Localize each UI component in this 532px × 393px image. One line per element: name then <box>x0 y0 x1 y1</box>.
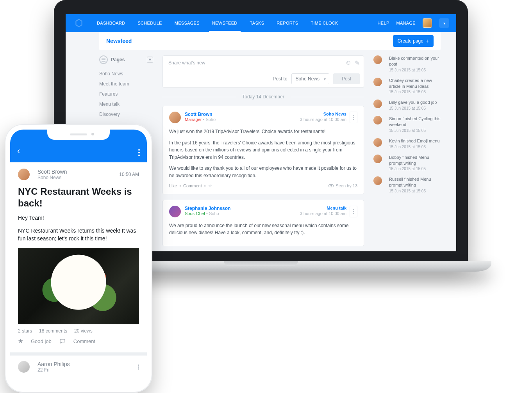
activity-rail: Blake commented on your post15 Jun 2015 … <box>373 55 441 251</box>
mobile-author-avatar <box>18 361 30 373</box>
activity-avatar <box>373 138 382 147</box>
mobile-post-menu[interactable] <box>138 365 139 370</box>
post-paragraph: In the past 16 years, the Travelers' Cho… <box>169 139 357 161</box>
sidebar-item-discovery[interactable]: Discovery <box>99 109 153 119</box>
mobile-post-title: NYC Restaurant Weeks is back! <box>18 186 139 209</box>
activity-item[interactable]: Kevin finished Emoji menu15 Jun 2015 at … <box>373 138 441 149</box>
good-job-action[interactable]: Good job <box>31 338 52 344</box>
post-composer: ☺ ✎ Post to Soho News Post <box>162 55 364 88</box>
activity-text: Blake commented on your post <box>389 55 441 67</box>
mobile-post-image[interactable] <box>18 248 139 324</box>
like-action[interactable]: Like <box>169 183 177 188</box>
mobile-author-avatar[interactable] <box>18 169 30 180</box>
activity-item[interactable]: Bobby finished Menu prompt writing15 Jun… <box>373 155 441 171</box>
post-button[interactable]: Post <box>333 73 360 84</box>
post-category[interactable]: Soho News <box>300 112 346 116</box>
activity-item[interactable]: Simon finished Cycling this weekend15 Ju… <box>373 116 441 133</box>
nav-newsfeed[interactable]: NEWSFEED <box>206 14 244 32</box>
comment-action[interactable]: Comment <box>73 338 95 344</box>
post-paragraph: We just won the 2019 TripAdvisor Travele… <box>169 128 357 135</box>
activity-text: Charley created a new article in Menu Id… <box>389 78 441 89</box>
sidebar-item-meet-team[interactable]: Meet the team <box>99 79 153 89</box>
activity-avatar <box>373 116 382 124</box>
post-to-value: Soho News <box>296 76 320 82</box>
mobile-post-date: 22 Fri <box>37 367 70 373</box>
activity-item[interactable]: Russell finished Menu prompt writing15 J… <box>373 176 441 193</box>
back-icon[interactable]: ‹ <box>17 146 20 156</box>
user-menu-dropdown[interactable]: ▾ <box>439 18 449 28</box>
activity-avatar <box>373 100 382 108</box>
post-paragraph: We are proud to announce the launch of o… <box>169 222 357 237</box>
nav-dashboard[interactable]: DASHBOARD <box>91 14 131 32</box>
nav-tasks[interactable]: TASKS <box>244 14 271 32</box>
post-to-label: Post to <box>273 76 287 82</box>
views-stat: 20 views <box>74 328 93 334</box>
mobile-post: Scott Brown Soho News 10:50 AM NYC Resta… <box>10 162 147 349</box>
post-menu-button[interactable] <box>350 112 357 123</box>
nav-messages[interactable]: MESSAGES <box>168 14 206 32</box>
nav-help[interactable]: HELP <box>378 14 389 32</box>
nav-reports[interactable]: REPORTS <box>270 14 304 32</box>
chevron-down-icon: ▾ <box>443 21 445 25</box>
create-page-label: Create page <box>398 38 423 44</box>
mobile-author-name: Aaron Philips <box>37 361 70 367</box>
attachment-icon[interactable]: ✎ <box>355 59 360 67</box>
mobile-divider <box>10 352 147 356</box>
mobile-post-preview[interactable]: Aaron Philips 22 Fri <box>10 356 147 378</box>
post-menu-button[interactable] <box>350 206 357 217</box>
mobile-post-time: 10:50 AM <box>119 172 139 177</box>
activity-text: Simon finished Cycling this weekend <box>389 116 441 128</box>
top-nav: DASHBOARD SCHEDULE MESSAGES NEWSFEED TAS… <box>66 14 456 32</box>
mobile-menu-button[interactable] <box>138 149 140 156</box>
post-time: 3 hours ago at 10:00 am <box>300 211 346 216</box>
nav-timeclock[interactable]: TIME CLOCK <box>304 14 344 32</box>
feed-post: Stephanie Johnsson Sous-Chef • Soho Menu… <box>162 200 364 246</box>
activity-time: 15 Jun 2015 at 15:05 <box>389 167 441 171</box>
post-author-avatar[interactable] <box>169 112 181 123</box>
activity-item[interactable]: Blake commented on your post15 Jun 2015 … <box>373 55 441 72</box>
post-paragraph: We would like to say thank you to all of… <box>169 165 357 179</box>
composer-input[interactable] <box>163 56 345 70</box>
sidebar-item-menu-talk[interactable]: Menu talk <box>99 99 153 109</box>
activity-time: 15 Jun 2015 at 15:05 <box>389 106 437 110</box>
activity-time: 15 Jun 2015 at 15:05 <box>389 68 441 72</box>
post-author-name[interactable]: Scott Brown <box>185 112 216 117</box>
mobile-author-name[interactable]: Scott Brown <box>37 169 67 175</box>
stars-stat: 2 stars <box>18 328 32 334</box>
create-page-button[interactable]: Create page + <box>393 35 434 47</box>
activity-item[interactable]: Charley created a new article in Menu Id… <box>373 78 441 94</box>
activity-time: 15 Jun 2015 at 15:05 <box>389 145 440 149</box>
feed-post: Scott Brown Manager • Soho Soho News 3 h… <box>162 106 364 194</box>
emoji-icon[interactable]: ☺ <box>345 59 352 67</box>
post-to-select[interactable]: Soho News <box>291 73 329 84</box>
activity-avatar <box>373 176 382 185</box>
plus-icon: + <box>426 38 429 44</box>
newsfeed-main: ☺ ✎ Post to Soho News Post <box>162 55 364 251</box>
seen-count: Seen by 13 <box>328 183 357 188</box>
pages-heading: Pages <box>111 57 125 62</box>
post-category[interactable]: Menu talk <box>300 206 346 210</box>
comment-action[interactable]: Comment <box>183 183 202 188</box>
mobile-post-paragraph: NYC Restaurant Weeks returns this week! … <box>18 227 139 242</box>
activity-item[interactable]: Billy gave you a good job15 Jun 2015 at … <box>373 100 441 110</box>
sidebar-item-soho-news[interactable]: Soho News <box>99 69 153 79</box>
activity-time: 15 Jun 2015 at 15:05 <box>389 128 441 133</box>
activity-text: Billy gave you a good job <box>389 100 437 105</box>
star-icon[interactable]: ★ <box>18 338 23 345</box>
post-time: 3 hours ago at 10:00 am <box>300 117 346 122</box>
star-icon[interactable]: ☆ <box>208 183 212 188</box>
date-divider: Today 14 December <box>162 94 364 100</box>
activity-text: Bobby finished Menu prompt writing <box>389 155 441 166</box>
post-author-role: Manager • Soho <box>185 117 216 122</box>
sidebar-item-features[interactable]: Features <box>99 89 153 99</box>
activity-text: Kevin finished Emoji menu <box>389 138 440 144</box>
post-author-avatar[interactable] <box>169 206 181 217</box>
nav-schedule[interactable]: SCHEDULE <box>131 14 168 32</box>
app-logo <box>70 14 87 32</box>
nav-manage[interactable]: MANAGE <box>396 14 416 32</box>
user-avatar[interactable] <box>423 18 432 28</box>
eye-icon <box>328 184 334 187</box>
post-author-name[interactable]: Stephanie Johnsson <box>185 206 230 211</box>
add-page-button[interactable]: + <box>147 57 153 63</box>
activity-time: 15 Jun 2015 at 15:05 <box>389 90 441 94</box>
